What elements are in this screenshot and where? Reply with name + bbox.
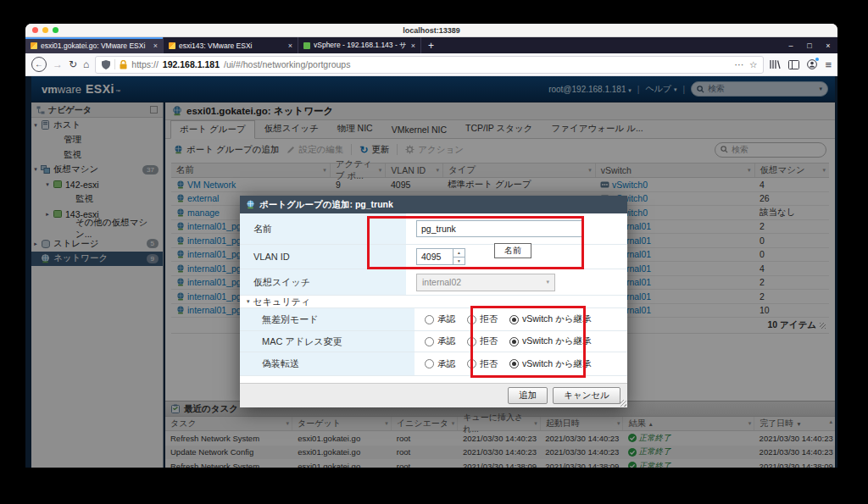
- radio-accept[interactable]: 承認: [425, 358, 455, 370]
- vsphere-favicon: [303, 42, 310, 49]
- url-bar[interactable]: https://192.168.1.181/ui/#/host/networki…: [95, 56, 764, 74]
- tab-title: esxi143: VMware ESXi: [179, 42, 283, 50]
- zoom-traffic-light[interactable]: [53, 27, 58, 33]
- add-portgroup-dialog: ポートグループの追加: pg_trunk 名前 pg_trunk VLAN ID…: [240, 196, 627, 407]
- shield-icon[interactable]: [102, 60, 110, 69]
- radio-accept[interactable]: 承認: [425, 335, 455, 347]
- portgroup-icon: [246, 200, 255, 209]
- new-tab-button[interactable]: +: [421, 37, 441, 53]
- url-host: 192.168.1.181: [163, 59, 220, 69]
- collapse-arrow-icon[interactable]: ▾: [247, 298, 250, 305]
- page-actions-icon[interactable]: ⋯: [734, 59, 743, 69]
- reload-icon[interactable]: ↻: [69, 59, 77, 69]
- dialog-title: ポートグループの追加: pg_trunk: [259, 199, 393, 211]
- browser-tab-1[interactable]: esxi01.gokatei.go: VMware ESXi ×: [25, 37, 164, 53]
- tab-close-icon[interactable]: ×: [409, 42, 415, 50]
- annotation-box-name-vlan: [367, 216, 584, 269]
- tab-title: vSphere - 192.168.1.143 - サマリ: [314, 41, 406, 51]
- close-button[interactable]: ×: [819, 42, 837, 50]
- esxi-favicon: [169, 42, 175, 49]
- window-title: localhost:13389: [403, 26, 460, 35]
- radio-accept[interactable]: 承認: [425, 313, 455, 325]
- dialog-titlebar: ポートグループの追加: pg_trunk: [240, 196, 627, 213]
- browser-tabbar: esxi01.gokatei.go: VMware ESXi × esxi143…: [25, 37, 837, 53]
- dialog-resize-grip[interactable]: [620, 400, 626, 407]
- sidebar-icon[interactable]: [788, 60, 799, 69]
- annotation-box-inherit-radios: [470, 306, 586, 378]
- minimize-button[interactable]: –: [782, 42, 800, 50]
- menu-icon[interactable]: ≡: [825, 58, 832, 71]
- vnc-window: localhost:13389 esxi01.gokatei.go: VMwar…: [25, 24, 837, 468]
- mac-change-label: MAC アドレス変更: [240, 331, 415, 352]
- vswitch-label: 仮想スイッチ: [240, 269, 406, 295]
- bookmark-star-icon[interactable]: ☆: [749, 59, 757, 69]
- esxi-page: vmwareESXi™ root@192.168.1.181 ▾ | ヘルプ ▾…: [25, 76, 837, 468]
- lock-warning-icon[interactable]: [120, 60, 127, 69]
- vswitch-select[interactable]: internal02 ▾: [416, 274, 555, 291]
- vswitch-selected-value: internal02: [422, 277, 461, 287]
- forward-icon[interactable]: →: [53, 59, 63, 69]
- maximize-button[interactable]: □: [800, 42, 819, 50]
- promiscuous-label: 無差別モード: [240, 308, 415, 330]
- tab-close-icon[interactable]: ×: [152, 42, 158, 50]
- url-protocol: https://: [131, 59, 159, 69]
- chevron-down-icon: ▾: [546, 279, 549, 285]
- browser-navbar: ← → ↻ ⌂ https://192.168.1.181/ui/#/host/…: [25, 53, 837, 76]
- tab-close-icon[interactable]: ×: [287, 42, 292, 50]
- browser-tab-3[interactable]: vSphere - 192.168.1.143 - サマリ ×: [298, 37, 421, 53]
- add-button[interactable]: 追加: [508, 387, 548, 404]
- macos-titlebar: localhost:13389: [25, 24, 837, 37]
- esxi-favicon: [31, 42, 37, 49]
- account-icon[interactable]: [807, 59, 817, 69]
- minimize-traffic-light[interactable]: [42, 27, 48, 33]
- browser-tab-2[interactable]: esxi143: VMware ESXi ×: [164, 37, 298, 53]
- home-icon[interactable]: ⌂: [83, 59, 89, 69]
- dialog-footer: 追加 キャンセル: [240, 383, 627, 407]
- library-icon[interactable]: [770, 59, 781, 69]
- cancel-button[interactable]: キャンセル: [553, 387, 620, 404]
- close-traffic-light[interactable]: [32, 27, 38, 33]
- forged-transmit-label: 偽装転送: [240, 352, 415, 375]
- back-icon[interactable]: ←: [31, 57, 47, 72]
- url-path: /ui/#/host/networking/portgroups: [224, 59, 350, 69]
- tab-title: esxi01.gokatei.go: VMware ESXi: [41, 42, 148, 50]
